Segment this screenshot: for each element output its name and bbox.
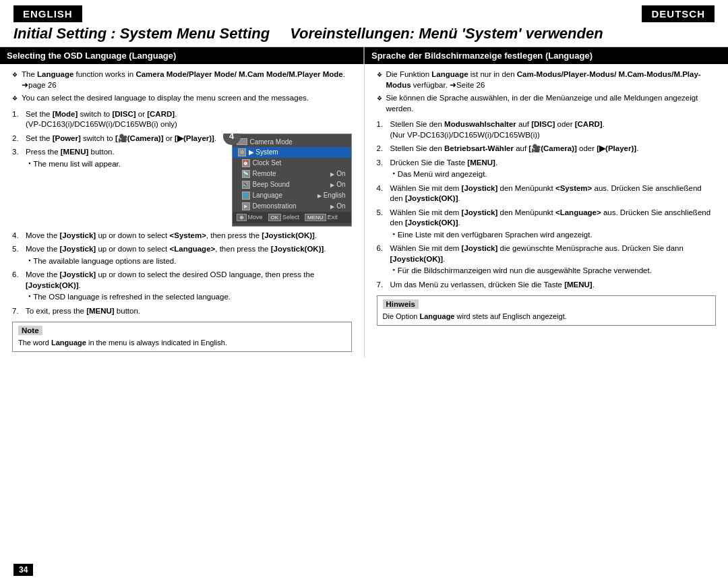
- de-step-3: 3. Drücken Sie die Taste [MENU]. Das Men…: [377, 158, 717, 180]
- de-step-2: 2. Stellen Sie den Betriebsart-Wähler au…: [377, 144, 717, 154]
- de-step-1: 1. Stellen Sie den Moduswahlschalter auf…: [377, 119, 717, 140]
- english-badge: ENGLISH: [13, 5, 82, 22]
- menu-row-language: 🌐 Language ▶ English: [233, 190, 351, 201]
- menu-row-demonstration: ▶ Demonstration ▶ On: [233, 201, 351, 212]
- de-note-text: Die Option Language wird stets auf Engli…: [383, 312, 710, 322]
- clock-icon: ⏰: [242, 159, 250, 167]
- select-ctrl: OK Select: [268, 214, 300, 221]
- section-header-en: Selecting the OSD Language (Language): [0, 47, 363, 64]
- en-note-box: Note The word Language in the menu is al…: [12, 322, 352, 352]
- system-icon: ⚙: [238, 148, 246, 156]
- de-note-box: Hinweis Die Option Language wird stets a…: [377, 295, 717, 326]
- header: ENGLISH DEUTSCH: [0, 0, 728, 22]
- en-bullet-1: The Language function works in Camera Mo…: [12, 69, 352, 90]
- menu-top-bar: Camera Mode: [233, 137, 351, 147]
- remote-icon: 📡: [242, 170, 250, 178]
- en-step-5: 5. Move the [Joystick] up or down to sel…: [12, 244, 352, 266]
- de-step-6-sub: Für die Bildschirmanzeigen wird nun die …: [393, 266, 717, 276]
- en-bullet-2: You can select the desired language to d…: [12, 93, 352, 104]
- title-row: Initial Setting : System Menu Setting Vo…: [0, 22, 728, 47]
- language-icon: 🌐: [242, 192, 250, 200]
- camera-mode-label: Camera Mode: [250, 138, 293, 146]
- section-headers: Selecting the OSD Language (Language) Sp…: [0, 47, 728, 64]
- de-steps: 1. Stellen Sie den Moduswahlschalter auf…: [377, 119, 717, 290]
- en-intro-bullets: The Language function works in Camera Mo…: [12, 69, 352, 104]
- main-title-de: Voreinstellungen: Menü 'System' verwende…: [290, 25, 715, 42]
- menu-bottom-bar: ⊕ Move OK Select MENU Exit: [233, 212, 351, 223]
- en-step-3-sub: The menu list will appear.: [28, 159, 225, 170]
- de-note-title: Hinweis: [383, 299, 419, 309]
- menu-row-remote: 📡 Remote ▶ On: [233, 169, 351, 179]
- en-step-3: 3. Press the [MENU] button. The menu lis…: [12, 147, 225, 169]
- de-step-7: 7. Um das Menü zu verlassen, drücken Sie…: [377, 280, 717, 291]
- move-ctrl: ⊕ Move: [237, 214, 263, 221]
- en-note-text: The word Language in the menu is always …: [18, 338, 346, 348]
- de-step-5: 5. Wählen Sie mit dem [Joystick] den Men…: [377, 208, 717, 241]
- content-area: The Language function works in Camera Mo…: [0, 64, 728, 357]
- menu-row-beep: 🔊 Beep Sound ▶ On: [233, 179, 351, 190]
- de-bullet-1: Die Funktion Language ist nur in den Cam…: [377, 69, 717, 90]
- en-step-1: 1. Set the [Mode] switch to [DISC] or [C…: [12, 109, 352, 130]
- col-en: The Language function works in Camera Mo…: [0, 64, 365, 357]
- de-step-5-sub: Eine Liste mit den verfügbaren Sprachen …: [393, 230, 717, 241]
- menu-row-system: ⚙ ▶ System: [233, 147, 351, 158]
- exit-ctrl: MENU Exit: [305, 214, 338, 221]
- de-intro-bullets: Die Funktion Language ist nur in den Cam…: [377, 69, 717, 114]
- deutsch-badge: DEUTSCH: [642, 5, 715, 22]
- page-number: 34: [13, 564, 33, 576]
- en-step-7: 7. To exit, press the [MENU] button.: [12, 306, 352, 317]
- de-step-6: 6. Wählen Sie mit dem [Joystick] die gew…: [377, 243, 717, 276]
- menu-screenshot: 4 Camera Mode ⚙ ▶ System: [232, 134, 352, 227]
- de-step-3-sub: Das Menü wird angezeigt.: [393, 169, 717, 180]
- menu-row-clock: ⏰ Clock Set: [233, 158, 351, 169]
- en-step-2: 2. Set the [Power] switch to [🎥(Camera)]…: [12, 134, 225, 144]
- en-step-4: 4. Move the [Joystick] up or down to sel…: [12, 231, 352, 241]
- menu-inner: Camera Mode ⚙ ▶ System ⏰ C: [233, 134, 351, 226]
- en-note-title: Note: [18, 326, 42, 335]
- de-bullet-2: Sie können die Sprache auswählen, in der…: [377, 93, 717, 114]
- en-steps: 1. Set the [Mode] switch to [DISC] or [C…: [12, 109, 352, 317]
- main-title-en: Initial Setting : System Menu Setting: [13, 25, 270, 42]
- beep-icon: 🔊: [242, 181, 250, 189]
- en-step-5-sub: The available language options are liste…: [28, 256, 352, 267]
- col-de: Die Funktion Language ist nur in den Cam…: [365, 64, 729, 357]
- en-step-6: 6. Move the [Joystick] up or down to sel…: [12, 270, 352, 303]
- demo-icon: ▶: [242, 202, 250, 210]
- section-header-de: Sprache der Bildschirmanzeige festlegen …: [363, 47, 728, 64]
- de-step-4: 4. Wählen Sie mit dem [Joystick] den Men…: [377, 183, 717, 204]
- en-step-6-sub: The OSD language is refreshed in the sel…: [28, 292, 352, 303]
